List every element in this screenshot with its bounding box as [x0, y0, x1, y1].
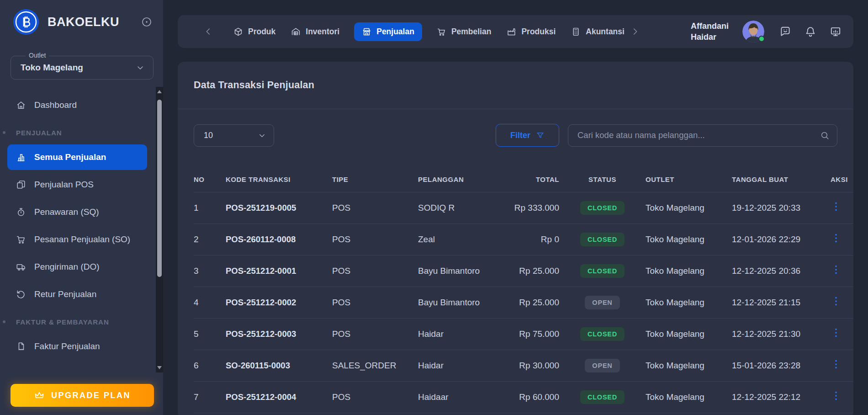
tab-produk[interactable]: Produk — [233, 22, 276, 41]
warehouse-icon — [291, 27, 301, 37]
display-button[interactable] — [830, 26, 842, 37]
cell-outlet: Toko Magelang — [646, 223, 732, 255]
search-input[interactable] — [568, 124, 837, 147]
upgrade-plan-button[interactable]: UPGRADE PLAN — [11, 384, 154, 407]
sidebar-item-dashboard[interactable]: Dashboard — [7, 92, 147, 118]
cell-date: 15-01-2026 23:28 — [732, 350, 831, 381]
sidebar-menu: Dashboard PENJUALAN Semua Penjualan Penj… — [0, 92, 163, 359]
cell-outlet: Toko Magelang — [646, 287, 732, 318]
brand-name: BAKOELKU — [48, 15, 141, 29]
row-actions-button[interactable] — [831, 390, 842, 401]
row-actions-button[interactable] — [831, 201, 842, 212]
table-row: 5POS-251212-0003POSHaidarRp 75.000CLOSED… — [194, 318, 853, 350]
stopwatch-icon — [16, 207, 26, 217]
chevron-down-icon — [258, 131, 266, 140]
sidebar-item-semua-penjualan[interactable]: Semua Penjualan — [7, 144, 147, 170]
column-header: OUTLET — [646, 167, 732, 192]
cell-type: POS — [332, 287, 418, 318]
table-row: 7POS-251212-0004POSHaidaarRp 60.000CLOSE… — [194, 381, 853, 413]
user-block: Affandani Haidar — [691, 21, 842, 43]
cell-actions — [831, 192, 853, 223]
status-badge: CLOSED — [580, 390, 625, 404]
nav-forward-button[interactable] — [630, 27, 640, 37]
tab-produksi[interactable]: Produksi — [506, 22, 556, 41]
row-actions-button[interactable] — [831, 264, 842, 275]
cell-type: POS — [332, 381, 418, 413]
cell-status: CLOSED — [559, 381, 646, 413]
scrollbar-down-arrow[interactable] — [157, 366, 162, 369]
cell-date: 12-01-2026 22:29 — [732, 223, 831, 255]
cell-actions — [831, 287, 853, 318]
status-badge: CLOSED — [580, 201, 625, 215]
cell-no: 1 — [194, 192, 226, 223]
tab-pembelian[interactable]: Pembelian — [436, 22, 492, 41]
row-actions-button[interactable] — [831, 296, 842, 307]
main-area: Produk Inventori Penjualan Pembelian Pro… — [163, 0, 868, 415]
tab-akuntansi[interactable]: Akuntansi — [570, 22, 625, 41]
cell-actions — [831, 255, 853, 287]
scrollbar-up-arrow[interactable] — [157, 90, 162, 93]
brand: BAKOELKU — [0, 0, 163, 44]
scrollbar-thumb[interactable] — [157, 100, 162, 277]
row-actions-button[interactable] — [831, 359, 842, 370]
cell-code: POS-251212-0004 — [226, 381, 332, 413]
cell-status: CLOSED — [559, 223, 646, 255]
circle-dot-icon — [141, 22, 152, 29]
topbar-icons — [779, 26, 842, 37]
kebab-icon — [831, 333, 842, 340]
user-name: Affandani Haidar — [691, 21, 729, 43]
sidebar-item-retur-penjualan[interactable]: Retur Penjualan — [7, 282, 147, 307]
upgrade-plan-label: UPGRADE PLAN — [51, 391, 131, 400]
outlet-select[interactable]: Outlet Toko Magelang — [11, 56, 153, 80]
tab-penjualan[interactable]: Penjualan — [354, 22, 422, 41]
nav-back-button[interactable] — [203, 27, 213, 37]
sidebar-toggle-button[interactable] — [141, 16, 152, 27]
home-icon — [16, 100, 26, 110]
feedback-button[interactable] — [779, 26, 791, 37]
sidebar-item-penjualan-pos[interactable]: Penjualan POS — [7, 172, 147, 197]
sidebar-item-penawaran-sq[interactable]: Penawaran (SQ) — [7, 199, 147, 225]
cell-type: POS — [332, 192, 418, 223]
divider — [178, 109, 853, 109]
transactions-card: Data Transaksi Penjualan 10 Filter NOKOD… — [178, 62, 853, 415]
cell-actions — [831, 223, 853, 255]
cell-total: Rp 333.000 — [498, 192, 559, 223]
chat-smiley-icon — [779, 32, 791, 39]
cell-outlet: Toko Magelang — [646, 350, 732, 381]
sidebar-scrollbar[interactable] — [156, 87, 163, 372]
bar-chart-icon — [16, 152, 26, 162]
cell-customer: Zeal — [418, 223, 498, 255]
page-size-value: 10 — [204, 131, 258, 140]
page-size-select[interactable]: 10 — [194, 124, 274, 147]
search-box — [568, 124, 837, 147]
sidebar-item-faktur-penjualan[interactable]: Faktur Penjualan — [7, 334, 147, 359]
sidebar-item-pesanan-penjualan-so[interactable]: Pesanan Penjualan (SO) — [7, 227, 147, 252]
page-title: Data Transaksi Penjualan — [194, 80, 314, 91]
tab-inventori[interactable]: Inventori — [290, 22, 340, 41]
return-icon — [16, 289, 26, 299]
cell-date: 19-12-2025 20:33 — [732, 192, 831, 223]
sidebar-item-pengiriman-do[interactable]: Pengiriman (DO) — [7, 254, 147, 280]
cell-outlet: Toko Magelang — [646, 192, 732, 223]
avatar[interactable] — [742, 21, 764, 43]
cell-no: 2 — [194, 223, 226, 255]
sidebar: BAKOELKU Outlet Toko Magelang Dashboard … — [0, 0, 163, 415]
cell-date: 12-12-2025 20:36 — [732, 255, 831, 287]
monitor-icon — [830, 32, 842, 39]
table-controls: 10 Filter — [178, 124, 853, 147]
column-header: STATUS — [559, 167, 646, 192]
row-actions-button[interactable] — [831, 327, 842, 338]
chevron-left-icon — [203, 31, 213, 38]
kebab-icon — [831, 238, 842, 245]
cell-no: 4 — [194, 287, 226, 318]
cell-total: Rp 25.000 — [498, 287, 559, 318]
bell-icon — [804, 32, 816, 39]
kebab-icon — [831, 301, 842, 308]
crown-icon — [34, 390, 45, 401]
cell-total: Rp 75.000 — [498, 318, 559, 350]
filter-button[interactable]: Filter — [496, 124, 559, 147]
transactions-table: NOKODE TRANSAKSITIPEPELANGGANTOTALSTATUS… — [194, 167, 853, 413]
factory-icon — [507, 27, 516, 37]
notifications-button[interactable] — [804, 26, 816, 37]
row-actions-button[interactable] — [831, 233, 842, 244]
